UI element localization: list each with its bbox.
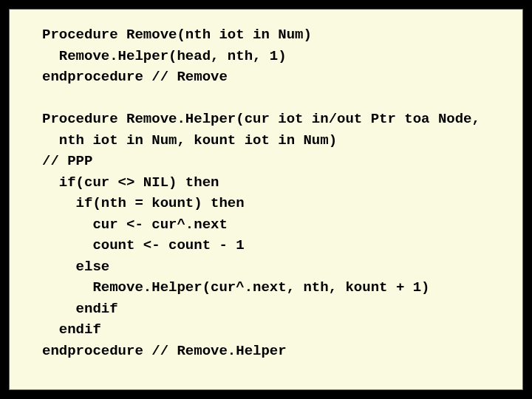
code-line: endprocedure // Remove xyxy=(42,69,228,85)
code-line: endprocedure // Remove.Helper xyxy=(42,343,287,359)
code-block: Procedure Remove(nth iot in Num) Remove.… xyxy=(42,24,516,361)
code-line: Procedure Remove(nth iot in Num) xyxy=(42,27,312,43)
code-line: else xyxy=(42,259,109,275)
code-line: if(nth = kount) then xyxy=(42,195,245,211)
code-panel: Procedure Remove(nth iot in Num) Remove.… xyxy=(9,9,523,390)
code-line: count <- count - 1 xyxy=(42,237,245,253)
code-line: Remove.Helper(cur^.next, nth, kount + 1) xyxy=(42,279,430,296)
code-line: if(cur <> NIL) then xyxy=(42,174,219,191)
code-line: // PPP xyxy=(42,153,92,169)
code-line: Procedure Remove.Helper(cur iot in/out P… xyxy=(42,111,480,127)
outer-frame: Procedure Remove(nth iot in Num) Remove.… xyxy=(0,0,532,399)
code-line: endif xyxy=(42,321,101,338)
code-line: Remove.Helper(head, nth, 1) xyxy=(42,48,287,64)
code-line: nth iot in Num, kount iot in Num) xyxy=(42,132,337,149)
code-line: cur <- cur^.next xyxy=(42,216,228,233)
code-line: endif xyxy=(42,301,118,317)
